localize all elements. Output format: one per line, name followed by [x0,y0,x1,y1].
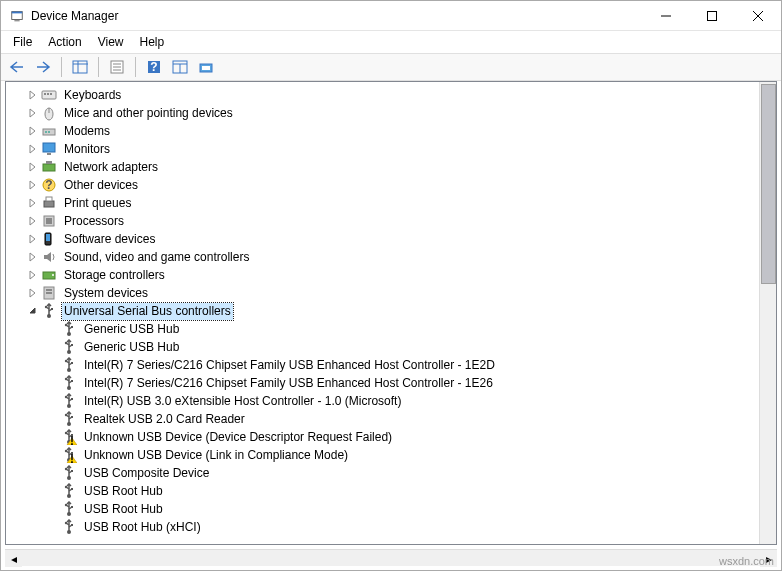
scroll-left-arrow[interactable]: ◂ [5,550,22,567]
menu-action[interactable]: Action [40,33,89,51]
show-hide-tree-button[interactable] [68,55,92,79]
tree-label: Realtek USB 2.0 Card Reader [82,411,247,428]
content-area: Keyboards Mice and other pointing device… [5,81,777,545]
tree-label: Modems [62,123,112,140]
device-tree[interactable]: Keyboards Mice and other pointing device… [6,82,759,544]
expander-none [46,520,60,534]
svg-point-65 [65,378,67,380]
tree-label: Print queues [62,195,133,212]
tree-category[interactable]: Sound, video and game controllers [6,248,759,266]
menu-file[interactable]: File [5,33,40,51]
tree-label: Generic USB Hub [82,339,181,356]
tree-category[interactable]: System devices [6,284,759,302]
window-title: Device Manager [31,9,643,23]
help-button[interactable]: ? [142,55,166,79]
menubar: File Action View Help [1,31,781,53]
system-icon [40,285,58,301]
chevron-right-icon[interactable] [26,106,40,120]
tree-device[interactable]: Intel(R) 7 Series/C216 Chipset Family US… [6,356,759,374]
tree-category[interactable]: Keyboards [6,86,759,104]
expander-none [46,358,60,372]
tree-device[interactable]: Intel(R) 7 Series/C216 Chipset Family US… [6,374,759,392]
tree-category[interactable]: Modems [6,122,759,140]
tree-label: USB Root Hub [82,501,165,518]
svg-rect-46 [46,292,52,294]
chevron-right-icon[interactable] [26,178,40,192]
usb-icon [60,519,78,535]
menu-help[interactable]: Help [132,33,173,51]
horizontal-scrollbar[interactable]: ◂ ▸ [5,549,777,566]
usb-icon [60,375,78,391]
chevron-right-icon[interactable] [26,88,40,102]
tree-device[interactable]: Generic USB Hub [6,320,759,338]
svg-point-43 [52,274,54,276]
toolbar-separator [135,57,136,77]
tree-device[interactable]: USB Root Hub [6,482,759,500]
tree-category[interactable]: Universal Serial Bus controllers [6,302,759,320]
svg-rect-7 [73,61,87,73]
tree-device[interactable]: ! Unknown USB Device (Device Descriptor … [6,428,759,446]
chevron-right-icon[interactable] [26,268,40,282]
tree-device[interactable]: ! Unknown USB Device (Link in Compliance… [6,446,759,464]
tree-device[interactable]: Intel(R) USB 3.0 eXtensible Host Control… [6,392,759,410]
svg-rect-33 [46,161,52,164]
svg-rect-50 [51,308,53,310]
svg-rect-31 [47,153,51,155]
scan-hardware-button[interactable] [194,55,218,79]
tree-category[interactable]: Storage controllers [6,266,759,284]
expander-none [46,466,60,480]
back-button[interactable] [5,55,29,79]
properties-button[interactable] [105,55,129,79]
svg-point-99 [65,522,67,524]
forward-button[interactable] [31,55,55,79]
chevron-right-icon[interactable] [26,232,40,246]
maximize-button[interactable] [689,1,735,30]
tree-label: USB Root Hub (xHCI) [82,519,203,536]
scroll-thumb[interactable] [761,84,776,284]
tree-device[interactable]: USB Root Hub (xHCI) [6,518,759,536]
tree-label: Mice and other pointing devices [62,105,235,122]
tree-label: Storage controllers [62,267,167,284]
tree-device[interactable]: USB Composite Device [6,464,759,482]
tree-label: USB Root Hub [82,483,165,500]
toolbar-view-button[interactable] [168,55,192,79]
mouse-icon [40,105,58,121]
tree-label: Network adapters [62,159,160,176]
tree-category[interactable]: Print queues [6,194,759,212]
tree-category[interactable]: Mice and other pointing devices [6,104,759,122]
tree-label: Monitors [62,141,112,158]
chevron-right-icon[interactable] [26,196,40,210]
tree-device[interactable]: USB Root Hub [6,500,759,518]
tree-label: Intel(R) USB 3.0 eXtensible Host Control… [82,393,403,410]
chevron-right-icon[interactable] [26,160,40,174]
close-button[interactable] [735,1,781,30]
vertical-scrollbar[interactable] [759,82,776,544]
modem-icon [40,123,58,139]
tree-category[interactable]: Software devices [6,230,759,248]
svg-point-87 [65,468,67,470]
tree-category[interactable]: ? Other devices [6,176,759,194]
network-icon [40,159,58,175]
svg-point-49 [45,306,47,308]
svg-point-91 [65,486,67,488]
svg-rect-23 [47,93,49,95]
chevron-down-icon[interactable] [26,304,40,318]
tree-device[interactable]: Realtek USB 2.0 Card Reader [6,410,759,428]
chevron-right-icon[interactable] [26,250,40,264]
usb-icon [60,321,78,337]
tree-label: Unknown USB Device (Device Descriptor Re… [82,429,394,446]
tree-label: Generic USB Hub [82,321,181,338]
tree-category[interactable]: Monitors [6,140,759,158]
tree-category[interactable]: Network adapters [6,158,759,176]
chevron-right-icon[interactable] [26,286,40,300]
tree-device[interactable]: Generic USB Hub [6,338,759,356]
menu-view[interactable]: View [90,33,132,51]
chevron-right-icon[interactable] [26,214,40,228]
minimize-button[interactable] [643,1,689,30]
chevron-right-icon[interactable] [26,124,40,138]
chevron-right-icon[interactable] [26,142,40,156]
svg-point-29 [48,131,50,133]
tree-category[interactable]: Processors [6,212,759,230]
svg-rect-32 [43,164,55,171]
svg-rect-100 [71,524,73,526]
